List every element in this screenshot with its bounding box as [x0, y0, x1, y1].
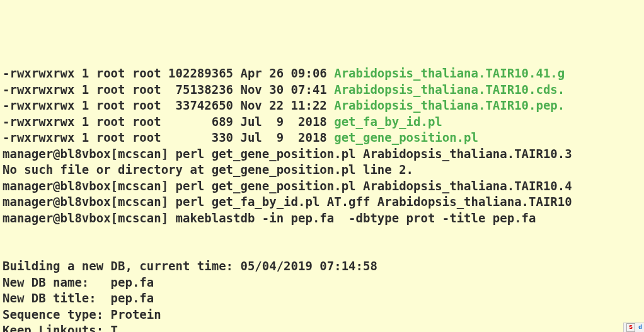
terminal-output: -rwxrwxrwx 1 root root 102289365 Apr 26 … [3, 66, 644, 332]
status-icon-1: S [626, 323, 635, 332]
terminal-line: -rwxrwxrwx 1 root root 75138236 Nov 30 0… [3, 82, 644, 98]
file-name: get_gene_position.pl [334, 130, 478, 144]
terminal-line: manager@bl8vbox[mcscan] perl get_fa_by_i… [3, 194, 644, 210]
file-name: Arabidopsis_thaliana.TAIR10.pep. [334, 98, 565, 112]
terminal-line: New DB name: pep.fa [3, 275, 644, 291]
file-name: Arabidopsis_thaliana.TAIR10.41.g [334, 66, 565, 80]
terminal-line: manager@bl8vbox[mcscan] makeblastdb -in … [3, 210, 644, 227]
terminal-line: manager@bl8vbox[mcscan] perl get_gene_po… [3, 146, 644, 163]
terminal-line: -rwxrwxrwx 1 root root 33742650 Nov 22 1… [3, 98, 644, 114]
terminal-line: manager@bl8vbox[mcscan] perl get_gene_po… [3, 178, 644, 195]
terminal-line: -rwxrwxrwx 1 root root 689 Jul 9 2018 ge… [3, 114, 644, 130]
terminal-line: Sequence type: Protein [3, 307, 644, 323]
file-name: get_fa_by_id.pl [334, 115, 442, 129]
terminal-line: No such file or directory at get_gene_po… [3, 162, 644, 178]
terminal-line: -rwxrwxrwx 1 root root 102289365 Apr 26 … [3, 66, 644, 82]
terminal-line: -rwxrwxrwx 1 root root 330 Jul 9 2018 ge… [3, 130, 644, 146]
terminal-line: Building a new DB, current time: 05/04/2… [3, 258, 644, 275]
terminal-line [3, 243, 644, 259]
status-bar: S d [623, 323, 644, 332]
file-name: Arabidopsis_thaliana.TAIR10.cds. [334, 83, 565, 96]
terminal-line [3, 226, 644, 243]
status-icon-2: d [636, 324, 644, 331]
terminal-line: New DB title: pep.fa [3, 290, 644, 307]
terminal-line: Keep Linkouts: T [3, 323, 644, 332]
